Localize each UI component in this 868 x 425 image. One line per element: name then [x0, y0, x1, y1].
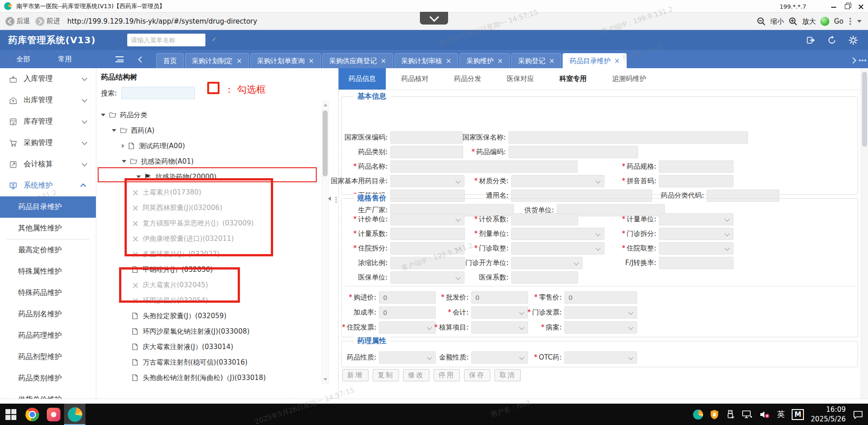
tree-node[interactable]: 抗感染药物(20000) — [136, 170, 216, 184]
select-住院发票[interactable] — [379, 321, 436, 334]
input-药品编码[interactable] — [509, 146, 638, 158]
input-药品规格[interactable] — [659, 160, 733, 173]
sidebar-item-其他属性维护[interactable]: 其他属性维护 — [0, 218, 96, 239]
sidebar-item-特殊属性维护[interactable]: 特殊属性维护 — [0, 261, 96, 282]
tree-node[interactable]: 万古霉素注射剂(稳可信)(033016) — [132, 355, 248, 369]
expander-open-icon[interactable] — [122, 160, 126, 163]
sidebar-item-药品类别维护[interactable]: 药品类别维护 — [0, 368, 96, 389]
input-加成率[interactable]: 0 — [379, 306, 436, 319]
tab-采购维护[interactable]: 采购维护× — [459, 53, 510, 68]
tree-node[interactable]: ×多西环素片(J）(032027) — [132, 247, 219, 261]
input-药品类别[interactable] — [390, 146, 463, 158]
select-住院拆分[interactable] — [390, 242, 464, 255]
settings-gear-icon[interactable] — [848, 35, 858, 45]
tab-close-icon[interactable]: × — [236, 57, 242, 65]
sidebar-group-会计核算[interactable]: 会计核算 — [0, 154, 96, 175]
zoom-in-icon[interactable] — [788, 17, 798, 26]
forward-button[interactable]: 前进 — [35, 17, 60, 26]
tab-首页[interactable]: 首页 — [156, 53, 184, 68]
expander-open-icon[interactable] — [136, 175, 141, 178]
tab-close-icon[interactable]: × — [549, 57, 555, 65]
tray-volume-muted-icon[interactable] — [759, 410, 770, 420]
back-button[interactable]: 后退 — [5, 17, 30, 26]
tab-close-icon[interactable]: × — [497, 57, 503, 65]
tray-usb-icon[interactable] — [726, 410, 735, 420]
tray-his-app-icon[interactable] — [693, 410, 703, 420]
exit-system-icon[interactable] — [806, 35, 815, 45]
menu-search-input[interactable] — [127, 36, 214, 44]
select-计价单位[interactable] — [390, 213, 464, 225]
tree-scroll-down-icon[interactable] — [324, 378, 327, 381]
tray-language-indicator[interactable]: 英 — [777, 409, 785, 420]
input-浓缩比例[interactable] — [390, 257, 465, 269]
sidebar-group-系统维护[interactable]: 系统维护 — [0, 175, 96, 196]
form-button-新增[interactable]: 新增 — [342, 369, 369, 381]
tree-scroll-up-icon[interactable] — [324, 104, 327, 106]
sidebar-item-特殊药品维护[interactable]: 特殊药品维护 — [0, 282, 96, 304]
page-scrollbar[interactable] — [861, 68, 868, 399]
tab-药品目录维护[interactable]: 药品目录维护× — [563, 53, 627, 68]
select-金额性质[interactable] — [471, 351, 528, 364]
tree-node[interactable]: ×复方磺胺甲基异恶唑片(J）(032009) — [132, 216, 254, 230]
select-国家基本用药目录[interactable] — [390, 175, 464, 187]
tab-采购登记[interactable]: 采购登记× — [511, 53, 562, 68]
select-医保单位[interactable] — [390, 271, 464, 284]
expander-closed-icon[interactable] — [122, 144, 125, 148]
expander-open-icon[interactable] — [112, 129, 116, 132]
input-拼音首码[interactable] — [659, 175, 733, 187]
tab-close-icon[interactable]: × — [380, 57, 386, 65]
select-门诊开方单位[interactable] — [511, 257, 583, 269]
form-tab-药品信息[interactable]: 药品信息 — [339, 68, 386, 90]
sidebar-item-药品目录维护[interactable]: 药品目录维护 — [0, 196, 96, 218]
tree-node[interactable]: 头孢曲松钠注射剂(海曲松)（J)(033018) — [132, 371, 266, 385]
tab-close-icon[interactable]: × — [309, 57, 314, 65]
start-button[interactable] — [0, 404, 21, 425]
filter-common[interactable]: 常用 — [58, 55, 72, 64]
restore-button[interactable] — [841, 0, 854, 12]
form-button-停用[interactable]: 停用 — [434, 369, 460, 381]
filter-all[interactable]: 全部 — [16, 55, 30, 64]
sidebar-item-药品别名维护[interactable]: 药品别名维护 — [0, 304, 96, 325]
form-tab-医保对应[interactable]: 医保对应 — [497, 68, 544, 90]
sidebar-group-出库管理[interactable]: 出库管理 — [0, 90, 96, 111]
tree-node[interactable]: 头孢拉定胶囊(J）(032059) — [132, 309, 226, 323]
form-tab-科室专用[interactable]: 科室专用 — [549, 68, 597, 90]
form-button-修改[interactable]: 修改 — [403, 369, 429, 381]
select-材质分类[interactable] — [511, 175, 604, 187]
tree-node[interactable]: 药品分类 — [101, 108, 147, 122]
close-button[interactable] — [854, 0, 868, 12]
sidebar-item-供货单价维护[interactable]: 供货单价维护 — [0, 389, 96, 399]
tree-node[interactable]: 环丙沙星氯化钠注射液(J)(033008) — [132, 325, 249, 338]
tray-network-icon[interactable] — [742, 410, 753, 420]
select-OTC药[interactable] — [564, 351, 637, 364]
select-计量单位[interactable] — [659, 213, 733, 225]
panel-splitter[interactable] — [335, 68, 339, 399]
sidebar-group-采购管理[interactable]: 采购管理 — [0, 132, 96, 154]
form-button-取消[interactable]: 取消 — [494, 369, 521, 381]
input-药品名称[interactable] — [390, 160, 578, 173]
tree-node[interactable]: ×伊曲康唑胶囊(进口)(032011) — [132, 232, 234, 245]
select-门诊发票[interactable] — [564, 306, 637, 319]
form-tab-药品核对[interactable]: 药品核对 — [391, 68, 439, 90]
tree-node[interactable]: 西药(A) — [112, 124, 155, 137]
select-药品性质[interactable] — [379, 351, 436, 364]
tree-search-input[interactable] — [122, 87, 195, 99]
select-会计[interactable] — [471, 306, 528, 319]
tree-node[interactable]: ×阿莫西林胶囊(J)(032006) — [132, 201, 222, 215]
input-国家医保编码[interactable] — [390, 131, 463, 144]
tray-clock[interactable]: 16:09 2025/5/26 — [811, 405, 846, 424]
sidebar-group-库存管理[interactable]: 库存管理 — [0, 111, 96, 132]
tree-node[interactable]: ×土霉素片(017380) — [132, 185, 201, 199]
tree-node[interactable]: ×庆大霉素片(032045) — [132, 278, 208, 292]
tree-node[interactable]: 甲硝唑片(J）(032036) — [132, 263, 213, 276]
input-计量系数[interactable] — [390, 228, 465, 240]
browser-pulldown-button[interactable] — [420, 12, 448, 25]
tray-shield-icon[interactable] — [710, 410, 719, 420]
sidebar-item-药品剂型维护[interactable]: 药品剂型维护 — [0, 346, 96, 368]
tree-node[interactable]: 抗感染药物(A01) — [122, 155, 194, 168]
tree-node[interactable]: ×环丙沙星片(032054) — [132, 294, 208, 307]
select-门诊拆分[interactable] — [659, 228, 733, 240]
select-剂量单位[interactable] — [511, 228, 604, 240]
sidebar-group-入库管理[interactable]: 入库管理 — [0, 68, 96, 90]
input-购进价[interactable]: 0 — [379, 291, 436, 304]
